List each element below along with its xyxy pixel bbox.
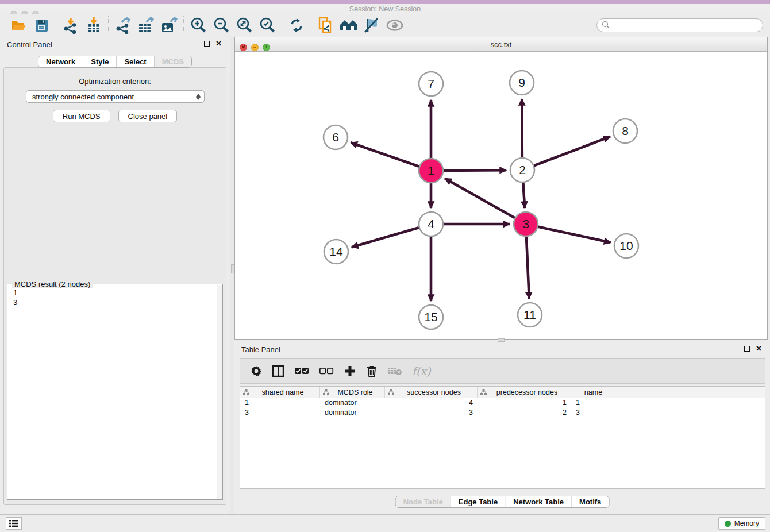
column-header[interactable]: shared name — [240, 387, 320, 398]
cell-successor-nodes[interactable]: 4 — [385, 398, 478, 408]
graph-node-label: 1 — [428, 164, 434, 177]
float-panel-icon[interactable] — [744, 346, 750, 352]
minimize-network-icon[interactable]: − — [251, 44, 259, 51]
table-row[interactable]: 1 dominator 4 1 1 — [240, 398, 765, 408]
table-header-row: shared name MCDS role successor nodes pr… — [240, 387, 765, 398]
tab-select[interactable]: Select — [116, 56, 153, 67]
add-icon[interactable] — [344, 365, 356, 377]
column-header[interactable]: name — [571, 387, 619, 398]
close-panel-icon[interactable]: ✕ — [215, 41, 222, 47]
cell-predecessor-nodes[interactable]: 1 — [478, 398, 571, 408]
column-header[interactable]: predecessor nodes — [478, 387, 571, 398]
show-panels-button[interactable] — [6, 517, 22, 530]
cell-successor-nodes[interactable]: 3 — [385, 408, 478, 418]
table-panel-header: Table Panel ✕ — [234, 342, 770, 357]
column-header[interactable]: successor nodes — [385, 387, 478, 398]
zoom-fit-icon[interactable] — [233, 16, 256, 34]
run-mcds-button[interactable]: Run MCDS — [53, 110, 110, 122]
node-table[interactable]: shared name MCDS role successor nodes pr… — [240, 386, 765, 489]
network-canvas[interactable]: 7968124314101511 — [235, 52, 767, 339]
column-header[interactable]: MCDS role — [320, 387, 385, 398]
tab-style[interactable]: Style — [83, 56, 116, 67]
columns-icon[interactable] — [272, 365, 284, 377]
close-panel-icon[interactable]: ✕ — [756, 346, 762, 352]
attribute-icon — [388, 389, 394, 395]
select-stepper-icon — [196, 94, 201, 100]
cell-mcds-role[interactable]: dominator — [320, 408, 385, 418]
tab-network[interactable]: Network — [38, 56, 83, 67]
graph-edge-3-10[interactable] — [526, 224, 611, 242]
table-panel-controls: ✕ — [744, 346, 762, 352]
export-image-icon[interactable] — [157, 16, 180, 34]
vertical-splitter[interactable] — [230, 37, 234, 514]
gear-icon[interactable] — [251, 365, 262, 377]
delete-icon[interactable] — [366, 365, 378, 377]
control-panel-tabs: Network Style Select MCDS — [38, 56, 192, 68]
desktop-accent-strip — [0, 0, 770, 4]
cell-shared-name[interactable]: 1 — [240, 398, 320, 408]
optimization-criterion-select[interactable]: strongly connected component — [26, 90, 205, 103]
tab-node-table[interactable]: Node Table — [396, 496, 451, 507]
attribute-icon — [480, 389, 487, 395]
search-input[interactable] — [610, 20, 763, 31]
export-table-icon[interactable] — [134, 16, 157, 34]
table-tabs: Node Table Edge Table Network Table Moti… — [395, 496, 610, 508]
mcds-buttons-row: Run MCDS Close panel — [4, 110, 226, 122]
result-scrollbar[interactable] — [217, 285, 222, 499]
home-layout-icon[interactable] — [337, 16, 360, 34]
zoom-selected-icon[interactable] — [256, 16, 279, 34]
graph-edge-2-8[interactable] — [522, 137, 610, 170]
network-window-titlebar[interactable]: ✕−+ scc.txt — [235, 37, 767, 52]
delete-table-icon — [387, 366, 402, 376]
graph-node-label: 7 — [428, 77, 434, 90]
tab-network-table[interactable]: Network Table — [505, 496, 571, 507]
cell-name[interactable]: 1 — [571, 398, 619, 408]
show-details-icon[interactable] — [383, 16, 406, 34]
open-session-icon[interactable] — [7, 16, 30, 34]
graph-edge-3-1[interactable] — [445, 179, 526, 224]
memory-button[interactable]: Memory — [718, 517, 765, 530]
control-panel-title: Control Panel — [0, 37, 230, 53]
main-toolbar — [0, 14, 770, 36]
deselect-all-icon[interactable] — [319, 367, 334, 376]
network-graph[interactable]: 7968124314101511 — [235, 52, 767, 339]
graph-node-label: 6 — [332, 130, 339, 144]
refresh-layout-icon[interactable] — [285, 16, 308, 34]
cell-predecessor-nodes[interactable]: 2 — [478, 408, 571, 418]
export-network-icon[interactable] — [111, 16, 134, 34]
close-network-icon[interactable]: ✕ — [240, 44, 247, 51]
control-panel-controls: ✕ — [204, 41, 222, 47]
save-session-icon[interactable] — [30, 16, 53, 34]
network-window-title: scc.txt — [235, 37, 767, 52]
cell-mcds-role[interactable]: dominator — [320, 398, 385, 408]
tab-motifs[interactable]: Motifs — [571, 496, 609, 507]
zoom-in-icon[interactable] — [187, 16, 210, 34]
duplicate-network-icon[interactable] — [314, 16, 337, 34]
table-row[interactable]: 3 dominator 3 2 3 — [240, 408, 765, 418]
graph-node-label: 2 — [519, 163, 526, 176]
toolbar-separator — [311, 16, 311, 34]
toolbar-separator — [108, 16, 109, 34]
graph-node-label: 8 — [622, 124, 629, 137]
float-panel-icon[interactable] — [204, 41, 210, 47]
function-icon: f(x) — [412, 365, 431, 377]
hide-details-icon[interactable] — [360, 16, 383, 34]
graph-node-label: 9 — [518, 76, 525, 89]
control-panel: Control Panel ✕ Network Style Select MCD… — [0, 37, 230, 514]
maximize-network-icon[interactable]: + — [263, 44, 270, 51]
cell-shared-name[interactable]: 3 — [240, 408, 320, 418]
graph-node-label: 3 — [522, 217, 529, 230]
close-panel-button[interactable]: Close panel — [118, 110, 178, 122]
import-table-icon[interactable] — [82, 16, 105, 34]
tab-edge-table[interactable]: Edge Table — [451, 496, 505, 507]
select-all-icon[interactable] — [294, 367, 309, 376]
cell-name[interactable]: 3 — [571, 408, 619, 418]
import-network-icon[interactable] — [59, 16, 82, 34]
search-input-wrap[interactable] — [596, 18, 763, 32]
network-traffic-lights: ✕−+ — [240, 41, 274, 51]
tab-mcds[interactable]: MCDS — [154, 56, 191, 67]
window-titlebar: Session: New Session — [0, 4, 770, 14]
optimization-criterion-label: Optimization criterion: — [4, 77, 226, 86]
zoom-out-icon[interactable] — [210, 16, 233, 34]
attribute-icon — [243, 389, 249, 395]
